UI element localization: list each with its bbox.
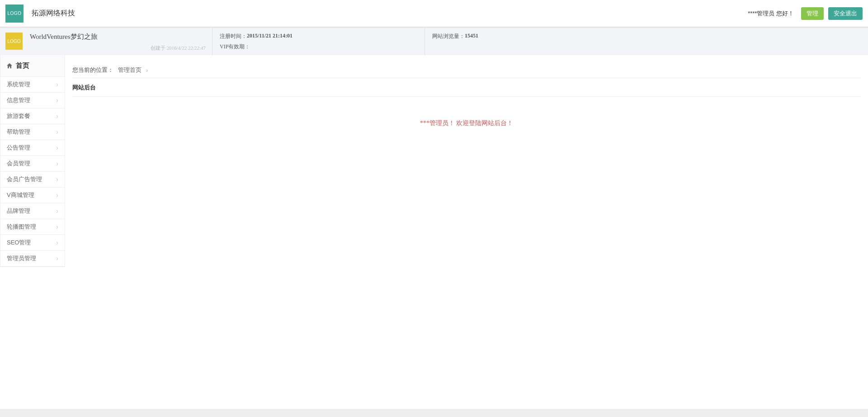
chevron-right-icon: › (146, 67, 148, 74)
sidebar-item-label: 轮播图管理 (7, 223, 36, 231)
created-at: 创建于 2016/4/22 22:22:47 (151, 45, 206, 52)
top-header-left: LOGO 拓源网络科技 (5, 5, 75, 23)
chevron-right-icon: › (56, 97, 58, 104)
section-title: 网站后台 (72, 78, 861, 97)
views-label: 网站浏览量： (432, 33, 465, 40)
sidebar-item-label: 旅游套餐 (7, 112, 30, 120)
site-logo-box[interactable]: LOGO (5, 33, 23, 50)
sidebar-item-travel[interactable]: 旅游套餐 › (0, 108, 65, 124)
chevron-right-icon: › (56, 144, 58, 151)
sidebar-item-label: 会员管理 (7, 159, 30, 168)
breadcrumb-current[interactable]: 管理首页 (118, 66, 142, 74)
welcome-message: ***管理员！ 欢迎登陆网站后台！ (72, 97, 861, 150)
site-logo-text: LOGO (8, 39, 21, 44)
sidebar-item-label: 系统管理 (7, 80, 30, 89)
sidebar-item-seo[interactable]: SEO管理 › (0, 235, 65, 251)
sidebar-item-label: 会员广告管理 (7, 175, 42, 183)
logout-button[interactable]: 安全退出 (828, 7, 863, 20)
register-value: 2015/11/21 21:14:01 (247, 33, 292, 40)
top-header-right: ****管理员 您好！ 管理 安全退出 (748, 7, 863, 20)
info-col-site: LOGO WorldVentures梦幻之旅 创建于 2016/4/22 22:… (0, 28, 212, 55)
main-layout: 首页 系统管理 › 信息管理 › 旅游套餐 › 帮助管理 › 公告管理 › 会员… (0, 55, 868, 267)
info-col-dates: 注册时间： 2015/11/21 21:14:01 VIP有效期： (212, 28, 425, 55)
content: 您当前的位置： 管理首页 › 网站后台 ***管理员！ 欢迎登陆网站后台！ (65, 55, 868, 267)
chevron-right-icon: › (56, 192, 58, 199)
chevron-right-icon: › (56, 160, 58, 167)
chevron-right-icon: › (56, 112, 58, 120)
vip-label: VIP有效期： (220, 43, 250, 51)
sidebar-item-label: 帮助管理 (7, 128, 30, 136)
created-label: 创建于 (151, 45, 165, 51)
sidebar-item-carousel[interactable]: 轮播图管理 › (0, 219, 65, 235)
chevron-right-icon: › (56, 128, 58, 136)
chevron-right-icon: › (56, 223, 58, 230)
sidebar-item-label: 品牌管理 (7, 207, 30, 215)
sidebar-item-label: 公告管理 (7, 144, 30, 152)
sidebar: 首页 系统管理 › 信息管理 › 旅游套餐 › 帮助管理 › 公告管理 › 会员… (0, 55, 65, 267)
greeting-text: ****管理员 您好！ (748, 9, 794, 18)
logo-box[interactable]: LOGO (5, 5, 24, 23)
register-label: 注册时间： (220, 33, 247, 40)
info-col-views: 网站浏览量： 15451 (425, 28, 868, 55)
views-row: 网站浏览量： 15451 (432, 33, 861, 40)
sidebar-home[interactable]: 首页 (0, 55, 65, 77)
sidebar-item-member-ads[interactable]: 会员广告管理 › (0, 172, 65, 187)
breadcrumb-label: 您当前的位置： (72, 66, 113, 74)
manage-button[interactable]: 管理 (801, 7, 824, 20)
chevron-right-icon: › (56, 255, 58, 262)
chevron-right-icon: › (56, 81, 58, 88)
chevron-right-icon: › (56, 176, 58, 183)
sidebar-home-label: 首页 (16, 61, 29, 70)
vip-row: VIP有效期： (220, 43, 417, 51)
sidebar-item-help[interactable]: 帮助管理 › (0, 124, 65, 140)
info-bar: LOGO WorldVentures梦幻之旅 创建于 2016/4/22 22:… (0, 28, 868, 55)
sidebar-item-label: 管理员管理 (7, 254, 36, 262)
sidebar-item-member[interactable]: 会员管理 › (0, 156, 65, 172)
sidebar-item-vmall[interactable]: V商城管理 › (0, 187, 65, 203)
sidebar-item-label: V商城管理 (7, 191, 34, 199)
logo-text: LOGO (8, 11, 22, 16)
home-icon (6, 62, 13, 70)
breadcrumb: 您当前的位置： 管理首页 › (72, 62, 861, 78)
chevron-right-icon: › (56, 239, 58, 246)
chevron-right-icon: › (56, 207, 58, 215)
site-name: WorldVentures梦幻之旅 (30, 33, 98, 41)
views-value: 15451 (465, 33, 478, 40)
sidebar-item-brand[interactable]: 品牌管理 › (0, 203, 65, 219)
sidebar-item-system[interactable]: 系统管理 › (0, 77, 65, 93)
sidebar-item-announce[interactable]: 公告管理 › (0, 140, 65, 156)
company-name: 拓源网络科技 (32, 9, 75, 18)
register-row: 注册时间： 2015/11/21 21:14:01 (220, 33, 417, 40)
sidebar-item-info[interactable]: 信息管理 › (0, 93, 65, 108)
sidebar-item-admin[interactable]: 管理员管理 › (0, 251, 65, 267)
top-header: LOGO 拓源网络科技 ****管理员 您好！ 管理 安全退出 (0, 0, 868, 27)
sidebar-item-label: 信息管理 (7, 96, 30, 104)
created-value: 2016/4/22 22:22:47 (167, 45, 206, 51)
sidebar-item-label: SEO管理 (7, 239, 31, 247)
